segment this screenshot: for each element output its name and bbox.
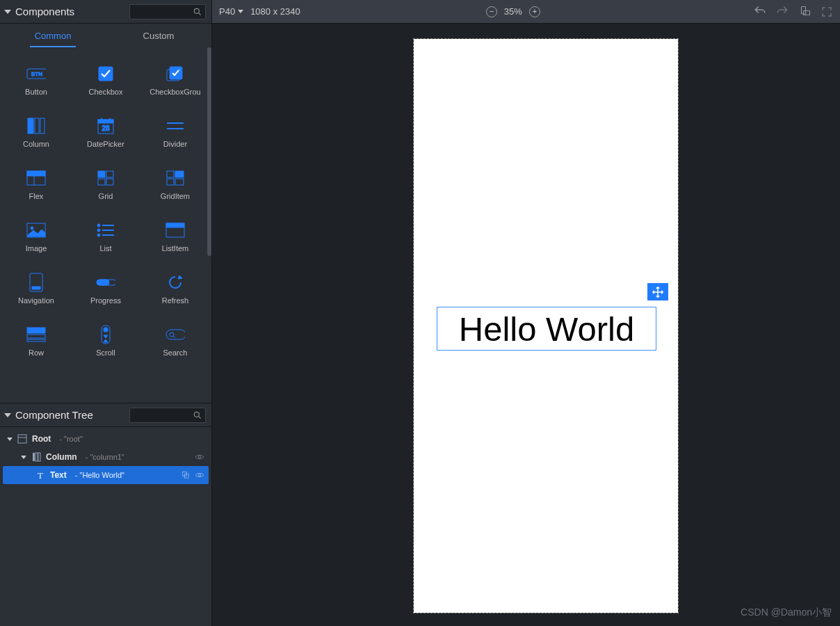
- resolution-label: 1080 x 2340: [250, 6, 300, 17]
- refresh-icon: [165, 274, 185, 291]
- component-row[interactable]: Row: [1, 315, 71, 367]
- device-preview[interactable]: Hello World: [414, 39, 678, 613]
- fullscreen-button[interactable]: [821, 6, 833, 18]
- svg-rect-44: [27, 339, 45, 342]
- svg-rect-47: [166, 330, 185, 339]
- device-selector[interactable]: P40: [219, 6, 243, 17]
- component-scroll[interactable]: Scroll: [71, 315, 140, 367]
- svg-line-49: [173, 336, 175, 338]
- chevron-down-icon: [238, 10, 243, 13]
- undo-button[interactable]: [754, 6, 766, 18]
- svg-rect-39: [32, 287, 40, 289]
- components-scrollbar[interactable]: [207, 47, 211, 256]
- zoom-controls: − 35% +: [486, 6, 540, 17]
- collapse-toggle-icon[interactable]: [4, 10, 11, 14]
- component-image[interactable]: Image: [1, 211, 71, 263]
- svg-rect-56: [38, 453, 40, 461]
- svg-rect-9: [40, 118, 45, 134]
- svg-rect-63: [804, 10, 810, 15]
- tree-body: Root - "root" Column - "column1" T: [0, 427, 211, 487]
- component-column[interactable]: Column: [1, 106, 71, 159]
- svg-rect-41: [97, 280, 109, 285]
- tree-collapse-toggle-icon[interactable]: [4, 413, 11, 417]
- zoom-out-button[interactable]: −: [486, 6, 497, 17]
- component-tree-panel: Component Tree Root - "root": [0, 403, 211, 626]
- components-panel-title: Components: [15, 6, 74, 17]
- tree-search[interactable]: [129, 408, 206, 423]
- image-icon: [26, 222, 46, 239]
- svg-text:BTN: BTN: [31, 71, 42, 77]
- expand-icon[interactable]: [21, 456, 26, 459]
- svg-rect-20: [98, 171, 105, 177]
- search-icon: [193, 7, 202, 17]
- svg-point-0: [194, 8, 199, 13]
- svg-rect-46: [104, 328, 108, 332]
- grid-icon: [96, 170, 115, 186]
- svg-rect-11: [98, 120, 113, 123]
- main-area: P40 1080 x 2340 − 35% + Hello World: [212, 0, 840, 626]
- svg-rect-55: [35, 453, 38, 461]
- progress-icon: [96, 274, 115, 291]
- duplicate-icon[interactable]: [181, 470, 191, 480]
- component-grid[interactable]: Grid: [71, 159, 140, 211]
- svg-rect-24: [167, 171, 174, 177]
- svg-rect-27: [175, 179, 184, 185]
- zoom-value: 35%: [504, 6, 522, 17]
- list-icon: [96, 222, 115, 239]
- svg-rect-7: [28, 118, 33, 134]
- move-icon: [652, 286, 664, 298]
- column-tree-icon: [31, 451, 42, 463]
- sidebar: Components Common Custom BTN Button Chec…: [0, 0, 212, 626]
- move-handle[interactable]: [647, 283, 668, 300]
- tab-custom[interactable]: Custom: [106, 24, 211, 47]
- component-checkbox[interactable]: Checkbox: [71, 54, 140, 106]
- tree-node-text[interactable]: T Text - "Hello World": [3, 466, 209, 484]
- svg-rect-25: [175, 171, 184, 177]
- component-griditem[interactable]: GridItem: [140, 159, 210, 211]
- component-checkboxgroup[interactable]: CheckboxGrou: [140, 54, 210, 106]
- svg-point-57: [198, 456, 201, 458]
- zoom-in-button[interactable]: +: [529, 6, 540, 17]
- svg-point-32: [97, 229, 100, 232]
- canvas-area[interactable]: Hello World CSDN @Damon小智: [212, 24, 840, 626]
- component-search[interactable]: Search: [140, 315, 210, 367]
- datepicker-icon: 28: [96, 118, 115, 134]
- checkbox-icon: [96, 65, 115, 82]
- svg-rect-18: [27, 171, 45, 176]
- component-list[interactable]: List: [71, 211, 140, 263]
- selected-text-element[interactable]: Hello World: [437, 307, 656, 351]
- svg-text:T: T: [38, 470, 43, 480]
- button-icon: BTN: [26, 65, 46, 82]
- components-search[interactable]: [129, 4, 206, 19]
- row-icon: [26, 326, 46, 343]
- component-progress[interactable]: Progress: [71, 263, 140, 315]
- component-listitem[interactable]: ListItem: [140, 211, 210, 263]
- rotate-device-button[interactable]: [798, 6, 811, 18]
- watermark: CSDN @Damon小智: [741, 607, 832, 619]
- svg-point-30: [97, 224, 100, 227]
- scroll-icon: [96, 326, 115, 343]
- svg-rect-26: [167, 179, 174, 185]
- expand-icon[interactable]: [7, 438, 13, 441]
- visibility-icon[interactable]: [195, 452, 204, 462]
- tree-panel-title: Component Tree: [15, 409, 93, 421]
- svg-rect-21: [106, 171, 113, 177]
- tree-panel-header: Component Tree: [0, 403, 211, 427]
- tree-node-root[interactable]: Root - "root": [3, 430, 209, 448]
- component-datepicker[interactable]: 28 DatePicker: [71, 106, 140, 159]
- listitem-icon: [165, 222, 185, 239]
- component-divider[interactable]: Divider: [140, 106, 210, 159]
- navigation-icon: [26, 274, 46, 291]
- svg-line-51: [199, 416, 201, 418]
- griditem-icon: [165, 170, 185, 186]
- component-refresh[interactable]: Refresh: [140, 263, 210, 315]
- redo-button[interactable]: [776, 6, 789, 18]
- component-button[interactable]: BTN Button: [1, 54, 71, 106]
- components-grid: BTN Button Checkbox CheckboxGrou: [0, 47, 211, 403]
- visibility-icon[interactable]: [195, 470, 204, 480]
- components-tabs: Common Custom: [0, 24, 211, 47]
- tab-common[interactable]: Common: [0, 24, 106, 47]
- tree-node-column[interactable]: Column - "column1": [3, 448, 209, 466]
- component-flex[interactable]: Flex: [1, 159, 71, 211]
- component-navigation[interactable]: Navigation: [1, 263, 71, 315]
